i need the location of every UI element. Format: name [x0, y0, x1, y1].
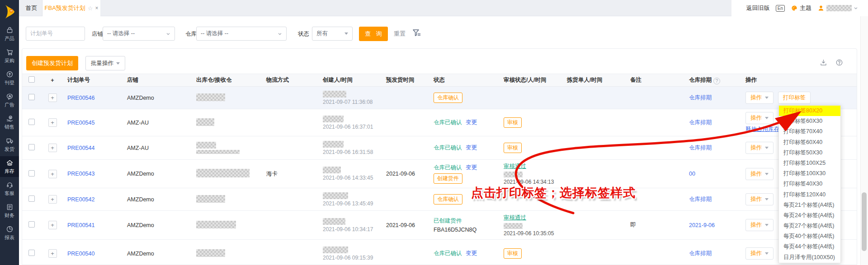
row-checkbox[interactable] — [28, 94, 35, 100]
row-expander[interactable]: + — [48, 144, 57, 152]
plan-number-input[interactable]: 计划单号 — [26, 27, 85, 41]
row-checkbox[interactable] — [28, 170, 35, 177]
audit-badge[interactable]: 审核 — [504, 143, 522, 153]
row-operation-button[interactable]: 操作 — [745, 193, 774, 205]
print-label-button[interactable]: 打印标签 — [778, 92, 811, 104]
dropdown-item-100x25[interactable]: 打印标签100X25 — [779, 158, 840, 168]
warehouse-select[interactable]: -- 请选择 -- — [196, 27, 287, 41]
dropdown-item-120x40[interactable]: 打印标签120X40 — [779, 190, 840, 200]
row-operation-button[interactable]: 操作 — [745, 112, 774, 124]
row-operation-button[interactable]: 操作 — [745, 142, 774, 154]
batch-actions-button[interactable]: 批量操作 — [85, 56, 125, 70]
dropdown-item-70x40[interactable]: 打印标签70X40 — [779, 126, 840, 137]
row-checkbox[interactable] — [28, 119, 35, 125]
row-checkbox[interactable] — [28, 144, 35, 150]
status-select[interactable]: 所有 — [312, 27, 353, 41]
change-link[interactable]: 变更 — [466, 119, 477, 126]
row-checkbox[interactable] — [28, 221, 35, 228]
schedule-help-icon[interactable]: ? — [713, 78, 720, 84]
schedule-link[interactable]: 仓库排期 — [689, 196, 712, 202]
store-cell: AMZ-AU — [123, 136, 193, 160]
row-operation-button[interactable]: 操作 — [745, 219, 774, 231]
triangle-down-icon — [765, 224, 769, 226]
tab-close-icon[interactable]: × — [95, 5, 98, 11]
select-all-checkbox[interactable] — [28, 76, 35, 83]
favorite-star-icon[interactable]: ☆ — [88, 5, 93, 12]
change-link[interactable]: 变更 — [466, 250, 477, 256]
sidebar-item-products[interactable]: 产品 — [0, 23, 19, 44]
help-icon[interactable] — [835, 59, 843, 66]
schedule-link[interactable]: 2021-9-06 — [689, 222, 715, 228]
plan-no-link[interactable]: PRE00546 — [67, 95, 94, 101]
filter-funnel-icon[interactable] — [412, 28, 422, 40]
create-preshipment-plan-button[interactable]: 创建预发货计划 — [26, 56, 78, 70]
sidebar-item-reports[interactable]: 报表 — [0, 223, 19, 243]
dropdown-item-80x20[interactable]: 打印标签80X20 — [779, 106, 840, 116]
app-logo[interactable] — [0, 0, 19, 23]
download-icon[interactable] — [820, 59, 827, 66]
sidebar-item-service[interactable]: 客服 — [0, 178, 19, 199]
row-expander[interactable]: + — [48, 170, 57, 178]
sidebar-item-listing[interactable]: 刊登 — [0, 68, 19, 88]
status-badge[interactable]: 仓库确认 — [434, 93, 462, 103]
sidebar-item-shipping[interactable]: 发货 — [0, 134, 19, 155]
dropdown-item-50x30[interactable]: 打印标签50X30 — [779, 148, 840, 158]
reset-button[interactable]: 重置 — [394, 30, 406, 38]
dropdown-item-a4-24[interactable]: 每页24个标签(A4纸) — [779, 210, 840, 221]
user-menu[interactable] — [817, 5, 858, 12]
creator-redacted — [323, 116, 344, 122]
row-operation-button[interactable]: 操作 — [745, 92, 774, 104]
tab-fba-preshipment-plan[interactable]: FBA预发货计划 ☆ × — [42, 0, 100, 16]
schedule-link[interactable]: 仓库排期 — [689, 94, 712, 101]
audit-badge[interactable]: 审核 — [504, 248, 522, 259]
schedule-link[interactable]: 仓库排期 — [689, 144, 712, 151]
dropdown-item-a4-27[interactable]: 每页27个标签(A4纸) — [779, 221, 840, 231]
sidebar-item-ads[interactable]: 广告 — [0, 90, 19, 111]
row-expander[interactable]: + — [48, 118, 57, 127]
plan-no-link[interactable]: PRE00543 — [67, 171, 94, 177]
search-button[interactable]: 查 询 — [359, 27, 388, 41]
plan-no-link[interactable]: PRE00540 — [67, 251, 94, 257]
row-expander[interactable]: + — [48, 195, 57, 204]
page-scrollbar[interactable] — [860, 16, 868, 265]
dropdown-item-60x40[interactable]: 打印标签60X40 — [779, 137, 840, 148]
plan-no-link[interactable]: PRE00541 — [67, 222, 94, 228]
change-link[interactable]: 变更 — [466, 164, 477, 171]
row-checkbox[interactable] — [28, 195, 35, 202]
back-to-old-link[interactable]: 返回旧版 — [746, 4, 770, 12]
plan-no-link[interactable]: PRE00544 — [67, 145, 94, 151]
sidebar-item-purchase[interactable]: 采购 — [0, 46, 19, 66]
row-operation-button[interactable]: 操作 — [745, 168, 774, 180]
row-operation-button[interactable]: 操作 — [745, 247, 774, 260]
language-icon[interactable]: En — [776, 5, 785, 12]
schedule-link[interactable]: 00 — [689, 171, 695, 177]
theme-button[interactable]: 主题 — [791, 4, 811, 12]
sidebar-item-inventory[interactable]: 库存 — [0, 156, 19, 177]
tab-home[interactable]: 首页 — [21, 0, 42, 16]
create-shipment-badge[interactable]: 创建货件 — [434, 173, 462, 184]
schedule-link[interactable]: 仓库排期 — [689, 119, 712, 126]
dropdown-item-a4-44[interactable]: 每页44个标签(A4纸) — [779, 242, 840, 252]
row-checkbox[interactable] — [28, 250, 35, 256]
change-link[interactable]: 变更 — [466, 144, 477, 151]
sidebar-item-sales[interactable]: 销售 — [0, 112, 19, 133]
plan-no-link[interactable]: PRE00542 — [67, 196, 94, 203]
dropdown-item-60x30[interactable]: 打印标签60X30 — [779, 116, 840, 126]
row-expander[interactable]: + — [48, 93, 57, 102]
schedule-link[interactable]: 仓库排期 — [689, 250, 712, 256]
dropdown-item-a4-40[interactable]: 每页40个标签(A4纸) — [779, 231, 840, 242]
sidebar-item-finance[interactable]: 财务 — [0, 200, 19, 221]
store-select[interactable]: -- 请选择 -- — [103, 27, 175, 41]
dropdown-item-100x30[interactable]: 打印标签100X30 — [779, 168, 840, 179]
row-expander[interactable]: + — [48, 221, 57, 229]
dropdown-item-riyueze-100x50[interactable]: 日月泽专用(100X50) — [779, 252, 840, 263]
release-stock-link[interactable]: 释放占用库存 — [745, 126, 779, 132]
row-expander[interactable]: + — [48, 249, 57, 258]
audit-badge[interactable]: 审核 — [504, 117, 522, 128]
dropdown-item-a4-21[interactable]: 每页21个标签(A4纸) — [779, 200, 840, 210]
remark-cell: 即 — [627, 211, 685, 240]
dropdown-item-40x30[interactable]: 打印标签40X30 — [779, 179, 840, 189]
scrollbar-thumb[interactable] — [862, 192, 867, 251]
plan-no-link[interactable]: PRE00545 — [67, 120, 94, 126]
status-badge[interactable]: 仓库确认 — [434, 194, 462, 205]
